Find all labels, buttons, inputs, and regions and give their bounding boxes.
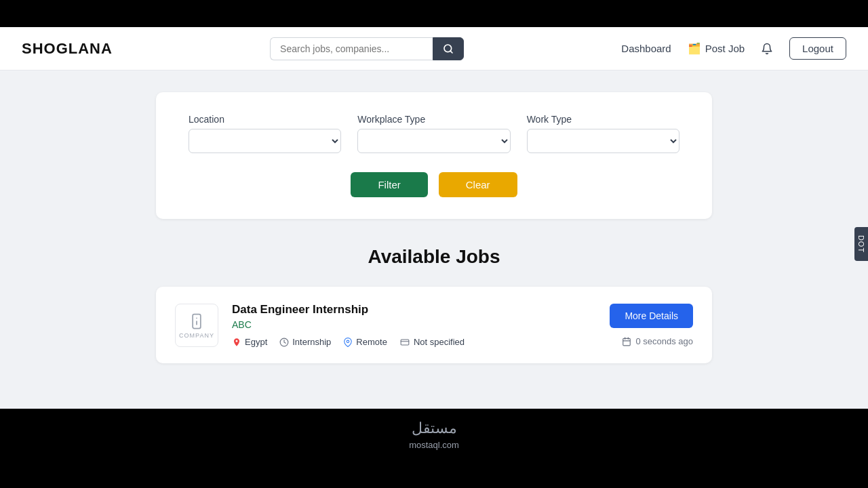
more-details-button[interactable]: More Details [610, 304, 693, 328]
svg-point-5 [347, 340, 350, 343]
job-info: Data Engineer Internship ABC Egypt [232, 303, 596, 347]
footer-watermark: مستقل mostaql.com [0, 409, 868, 461]
workplace-filter-group: Workplace Type Remote On-site Hybrid [357, 114, 510, 153]
sidebar-handle[interactable]: DOT [854, 227, 868, 261]
filter-row: Location Egypt Saudi Arabia UAE Workplac… [189, 114, 679, 153]
job-posted-time: 0 seconds ago [635, 336, 693, 346]
nav-right: Dashboard 🗂️ Post Job Logout [621, 37, 846, 60]
job-tags: Egypt Internship Rem [232, 337, 596, 347]
notifications-link[interactable] [761, 43, 773, 55]
location-label: Location [189, 114, 341, 125]
svg-rect-8 [623, 338, 631, 346]
job-salary-tag: Not specified [399, 337, 465, 347]
workplace-label: Workplace Type [357, 114, 510, 125]
remote-icon [343, 338, 353, 347]
brand-logo: SHOGLANA [22, 40, 113, 58]
job-worktype-tag: Internship [279, 337, 331, 347]
location-text: Egypt [245, 337, 267, 347]
job-time: 0 seconds ago [622, 336, 693, 346]
job-title: Data Engineer Internship [232, 303, 596, 317]
search-button[interactable] [433, 37, 464, 60]
job-action: More Details 0 seconds ago [610, 304, 693, 346]
page-content: Location Egypt Saudi Arabia UAE Workplac… [0, 70, 868, 409]
dashboard-label: Dashboard [621, 43, 671, 54]
watermark-url: mostaql.com [409, 440, 459, 450]
filter-card: Location Egypt Saudi Arabia UAE Workplac… [156, 92, 712, 219]
worktype-select[interactable]: Full-time Part-time Internship [527, 129, 679, 153]
search-bar [270, 37, 464, 60]
filter-button[interactable]: Filter [351, 172, 427, 197]
logout-button[interactable]: Logout [789, 37, 846, 60]
worktype-text: Internship [292, 337, 331, 347]
job-card: COMPANY Data Engineer Internship ABC Egy… [156, 287, 712, 363]
location-select[interactable]: Egypt Saudi Arabia UAE [189, 129, 341, 153]
workplace-text: Remote [356, 337, 387, 347]
job-workplace-tag: Remote [343, 337, 387, 347]
calendar-icon [622, 337, 631, 346]
clock-icon [279, 338, 289, 347]
watermark-logo-text: مستقل [412, 420, 457, 437]
filter-actions: Filter Clear [189, 172, 679, 197]
salary-text: Not specified [414, 337, 465, 347]
post-job-link[interactable]: 🗂️ Post Job [688, 42, 745, 55]
company-logo-icon [187, 312, 206, 331]
company-logo: COMPANY [175, 304, 218, 347]
job-company: ABC [232, 319, 596, 330]
job-location-tag: Egypt [232, 337, 267, 347]
svg-rect-6 [401, 339, 409, 344]
worktype-label: Work Type [527, 114, 679, 125]
logo-text: COMPANY [179, 332, 214, 339]
search-input[interactable] [270, 37, 433, 60]
salary-icon [399, 338, 410, 347]
briefcase-icon: 🗂️ [688, 42, 701, 55]
location-filter-group: Location Egypt Saudi Arabia UAE [189, 114, 341, 153]
available-jobs-title: Available Jobs [368, 246, 500, 268]
dashboard-link[interactable]: Dashboard [621, 43, 671, 54]
bell-icon [761, 43, 773, 55]
search-icon [443, 43, 454, 54]
location-icon [232, 338, 241, 347]
svg-line-1 [450, 51, 452, 53]
post-job-label: Post Job [705, 43, 745, 54]
worktype-filter-group: Work Type Full-time Part-time Internship [527, 114, 679, 153]
clear-button[interactable]: Clear [439, 172, 517, 197]
workplace-select[interactable]: Remote On-site Hybrid [357, 129, 510, 153]
